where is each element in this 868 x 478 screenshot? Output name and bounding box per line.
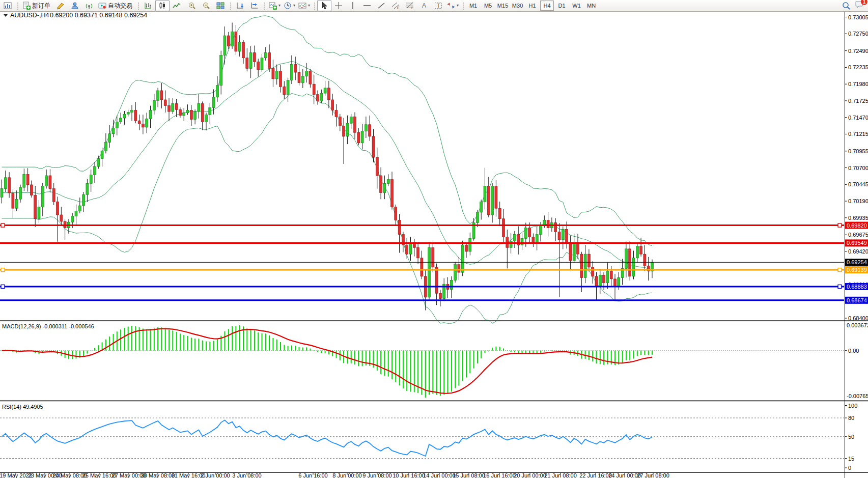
bollinger-upper-band [2, 16, 653, 246]
time-tick-label: 19 May 2022 [0, 472, 32, 478]
line-drag-handle[interactable] [838, 268, 842, 272]
bull-candle [23, 174, 25, 187]
bull-candle [71, 216, 74, 222]
bear-candle [190, 110, 192, 120]
time-tick-label: 8 Jun 00:00 [332, 472, 362, 478]
macd-histogram-bar [291, 346, 292, 351]
bull-candle [320, 93, 323, 101]
bear-candle [395, 207, 397, 220]
macd-histogram-bar [644, 351, 645, 355]
macd-histogram-bar [317, 351, 318, 352]
bear-candle [421, 258, 423, 276]
macd-histogram-bar [299, 347, 300, 351]
bear-candle [309, 71, 312, 84]
bull-candle [41, 186, 44, 207]
macd-histogram-bar [46, 351, 47, 351]
bear-candle [640, 246, 642, 254]
bull-candle [409, 242, 412, 254]
macd-histogram-bar [213, 341, 214, 351]
macd-histogram-bar [254, 330, 255, 351]
bull-candle [216, 86, 218, 97]
symbol-header: AUDUSD-,H4 0.69200 0.69371 0.69148 0.692… [4, 12, 147, 19]
bull-candle [584, 254, 586, 277]
line-drag-handle[interactable] [838, 223, 842, 227]
price-tick-label: 0.71980 [848, 81, 868, 87]
bull-candle [573, 242, 575, 261]
macd-histogram-bar [169, 330, 170, 351]
macd-histogram-bar [462, 351, 463, 381]
bear-candle [603, 275, 605, 283]
macd-histogram-bar [406, 351, 407, 391]
bear-candle [179, 109, 181, 116]
line-drag-handle[interactable] [838, 285, 842, 288]
bull-candle [301, 76, 304, 83]
macd-histogram-bar [432, 351, 433, 394]
macd-histogram-bar [403, 351, 404, 388]
macd-histogram-bar [172, 330, 173, 350]
macd-histogram-bar [436, 351, 437, 395]
bear-candle [257, 62, 260, 69]
macd-histogram-bar [280, 342, 281, 351]
bull-candle [157, 91, 159, 100]
bull-candle [249, 53, 252, 69]
macd-histogram-bar [495, 347, 496, 351]
chart-canvas[interactable]: 0.730050.727500.724900.722350.719800.717… [0, 0, 868, 478]
bull-candle [231, 32, 234, 46]
bull-candle [461, 245, 464, 272]
bull-candle [290, 65, 293, 80]
line-drag-handle[interactable] [1, 268, 5, 272]
bear-candle [134, 110, 137, 121]
macd-histogram-bar [596, 351, 597, 364]
bull-candle [324, 88, 326, 93]
bear-candle [439, 293, 441, 298]
time-tick-label: 24 May 08:00 [53, 472, 87, 478]
macd-histogram-bar [447, 351, 449, 393]
macd-histogram-bar [87, 351, 88, 354]
macd-histogram-bar [563, 351, 564, 351]
macd-histogram-bar [194, 339, 195, 351]
bull-candle [450, 280, 453, 290]
collapse-triangle-icon[interactable] [4, 14, 8, 17]
bull-candle [428, 247, 431, 297]
price-line-badge-label: 0.69820 [847, 222, 867, 229]
macd-histogram-bar [284, 345, 285, 351]
bull-candle [484, 186, 486, 202]
time-axis[interactable]: 19 May 202223 May 00:0024 May 08:0025 Ma… [0, 472, 669, 478]
bull-candle [101, 151, 103, 158]
bull-candle [261, 58, 263, 70]
line-drag-handle[interactable] [1, 285, 5, 288]
rsi-axis-label: 15 [848, 456, 854, 462]
macd-histogram-bar [76, 351, 77, 359]
bear-candle [227, 36, 230, 46]
macd-histogram-bar [306, 347, 307, 350]
bull-candle [454, 265, 457, 280]
macd-histogram-bar [128, 327, 129, 351]
bull-candle [387, 180, 389, 184]
macd-histogram-bar [269, 335, 270, 351]
bull-candle [562, 229, 564, 240]
ohlc-readout: 0.69200 0.69371 0.69148 0.69254 [50, 12, 147, 19]
time-tick-label: 9 Jun 08:00 [362, 472, 392, 478]
rsi-axis-label: 0 [848, 465, 851, 471]
bull-candle [287, 80, 289, 94]
bull-candle [131, 110, 133, 113]
bull-candle [198, 104, 200, 111]
bull-candle [599, 275, 601, 287]
macd-histogram-bar [262, 333, 263, 351]
macd-axis-zero: 0.00 [848, 348, 859, 354]
macd-histogram-bar [105, 340, 106, 351]
time-tick-label: 2 Jun 00:00 [201, 472, 230, 478]
macd-histogram-bar [217, 340, 218, 351]
macd-histogram-bar [94, 348, 95, 351]
price-tick-label: 0.70700 [848, 165, 868, 171]
macd-histogram-bar [603, 351, 604, 365]
time-tick-label: 16 Jun 16:00 [483, 472, 516, 478]
price-axis[interactable]: 0.730050.727500.724900.722350.719800.717… [845, 14, 868, 471]
time-tick-label: 15 Jun 08:00 [453, 472, 485, 478]
bear-candle [498, 208, 501, 219]
macd-histogram-bar [633, 351, 634, 359]
line-drag-handle[interactable] [1, 223, 5, 227]
bull-candle [90, 175, 92, 184]
bull-candle [108, 134, 111, 143]
bull-candle [275, 71, 278, 78]
